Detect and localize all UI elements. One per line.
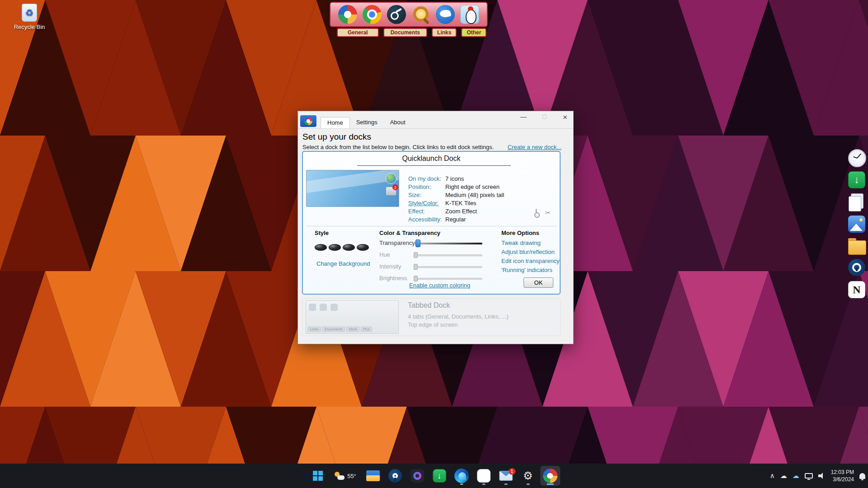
pictures-icon[interactable]: [848, 216, 867, 235]
brightness-slider-thumb: [414, 276, 418, 282]
scissors-icon[interactable]: ✂: [545, 209, 551, 217]
notion-taskbar-icon[interactable]: [474, 466, 494, 486]
notification-bell-icon[interactable]: [859, 473, 865, 479]
page-title: Set up your docks: [302, 132, 371, 142]
enable-custom-coloring-link[interactable]: Enable custom coloring: [409, 282, 470, 289]
transparency-slider-row: Transparency: [379, 239, 515, 248]
recycle-bin-label: Recycle Bin: [10, 23, 49, 30]
objectdock-icon[interactable]: [338, 5, 357, 24]
chrome-icon[interactable]: [363, 5, 382, 24]
search-icon[interactable]: [411, 5, 430, 24]
running-indicators-link[interactable]: 'Running' indicators: [501, 267, 552, 273]
settings-icon[interactable]: ⚙: [518, 466, 538, 486]
clock[interactable]: 12:03 PM 3/6/2024: [831, 469, 854, 483]
maximize-button[interactable]: □: [539, 113, 550, 122]
dock-tab-links[interactable]: Links: [432, 28, 457, 37]
more-options-heading: More Options: [501, 230, 539, 236]
edit-icon-transparency-link[interactable]: Edit icon transparency: [501, 258, 560, 264]
style-color-link[interactable]: Style/Color:: [408, 200, 439, 206]
accessibility-value: Regular: [445, 216, 466, 223]
mail-badge: 1: [509, 468, 515, 475]
tab-home[interactable]: Home: [321, 117, 350, 128]
dock-tab-strip: General Documents Links Other: [330, 28, 488, 37]
preview-badge: 2: [392, 184, 398, 190]
downloads-icon[interactable]: ↓: [848, 171, 867, 190]
close-button[interactable]: ×: [560, 113, 571, 122]
window-tab-strip: Home Settings About: [321, 117, 412, 128]
style-preset-button[interactable]: [343, 244, 355, 251]
recycle-bin[interactable]: ♻ Recycle Bin: [10, 4, 49, 30]
cast-display-icon[interactable]: [805, 473, 813, 479]
tab-about[interactable]: About: [384, 117, 412, 128]
cloud-sync-icon[interactable]: ☁: [793, 472, 799, 480]
thunderbird-icon[interactable]: [436, 5, 455, 24]
onepassword-icon[interactable]: [848, 259, 867, 278]
adjust-blur-reflection-link[interactable]: Adjust blur/reflection: [501, 249, 555, 255]
on-my-dock-link[interactable]: On my dock:: [408, 175, 441, 182]
tabbed-dock-panel[interactable]: Links Documents Work Pics Tabbed Dock 4 …: [302, 298, 561, 336]
create-new-dock-link[interactable]: Create a new dock...: [508, 144, 561, 150]
tray-time: 12:03 PM: [831, 469, 854, 476]
penguin-icon[interactable]: [460, 5, 479, 24]
intensity-slider-thumb: [414, 264, 418, 270]
position-value: Right edge of screen: [445, 183, 500, 190]
loop-icon[interactable]: [407, 466, 427, 486]
position-link[interactable]: Position:: [408, 183, 431, 190]
page-subtitle: Select a dock from the list below to beg…: [302, 144, 494, 150]
download-manager-icon[interactable]: ↓: [429, 466, 449, 486]
style-preset-button[interactable]: [315, 244, 327, 251]
style-preset-button[interactable]: [357, 244, 369, 251]
tweak-drawing-link[interactable]: Tweak drawing: [501, 239, 541, 246]
onedrive-icon[interactable]: ☁: [780, 472, 787, 480]
size-value: Medium (48) pixels tall: [445, 192, 504, 198]
accessibility-link[interactable]: Accessibility:: [408, 216, 442, 223]
documents-icon[interactable]: [848, 193, 867, 212]
ok-button[interactable]: OK: [524, 277, 553, 288]
hue-slider-row: Hue: [379, 251, 515, 259]
transparency-label: Transparency: [379, 239, 415, 246]
start-button[interactable]: [308, 466, 328, 486]
onepassword-taskbar-icon[interactable]: [385, 466, 405, 486]
transparency-slider[interactable]: [414, 243, 482, 244]
notion-icon[interactable]: N: [848, 281, 867, 300]
change-background-link[interactable]: Change Background: [316, 260, 370, 267]
property-row: Size: Medium (48) pixels tall: [408, 192, 421, 198]
system-tray: ∧ ☁ ☁ 12:03 PM 3/6/2024: [770, 464, 865, 488]
folder-icon[interactable]: [848, 238, 867, 257]
dock-tab-general[interactable]: General: [337, 28, 379, 37]
size-link[interactable]: Size:: [408, 192, 421, 198]
section-divider: [306, 226, 557, 226]
quicklaunch-dock-panel[interactable]: Quicklaunch Dock 2 On my dock: 7 icons P…: [302, 151, 561, 295]
effect-link[interactable]: Effect:: [408, 208, 425, 215]
hue-slider: [414, 254, 482, 256]
weather-widget[interactable]: 55°: [330, 466, 361, 486]
tabbed-dock: General Documents Links Other: [330, 2, 488, 37]
transparency-slider-thumb[interactable]: [415, 239, 420, 247]
edge-icon[interactable]: [452, 466, 472, 486]
steam-icon[interactable]: [387, 5, 406, 24]
mail-icon[interactable]: 1: [496, 466, 516, 486]
intensity-slider: [414, 266, 482, 268]
dock-tab-documents[interactable]: Documents: [383, 28, 427, 37]
window-titlebar[interactable]: Home Settings About — □ ×: [298, 111, 573, 129]
volume-icon[interactable]: [818, 473, 826, 479]
minimize-button[interactable]: —: [518, 113, 529, 122]
tray-chevron-icon[interactable]: ∧: [770, 472, 775, 480]
tab-settings[interactable]: Settings: [350, 117, 384, 128]
pin-tool-icon[interactable]: [534, 209, 538, 216]
tabbed-dock-position: Top edge of screen: [408, 321, 458, 328]
dock-tab-other[interactable]: Other: [461, 28, 486, 37]
quicklaunch-dock-title: Quicklaunch Dock: [303, 155, 560, 163]
style-preset-button[interactable]: [329, 244, 341, 251]
objectdock-taskbar-icon[interactable]: [540, 466, 560, 486]
preview-tab-chip: Documents: [322, 327, 345, 332]
tray-date: 3/6/2024: [831, 476, 854, 483]
tabbed-dock-summary: 4 tabs (General, Documents, Links, ...): [408, 313, 509, 320]
preview-tab-chip: Links: [308, 327, 321, 332]
intensity-label: Intensity: [379, 263, 401, 270]
clock-icon[interactable]: [848, 149, 867, 168]
property-row: On my dock: 7 icons: [408, 175, 441, 182]
quicklaunch-preview-image: 2: [306, 170, 399, 207]
file-explorer-icon[interactable]: [363, 466, 383, 486]
style-preset-row: [315, 244, 369, 251]
